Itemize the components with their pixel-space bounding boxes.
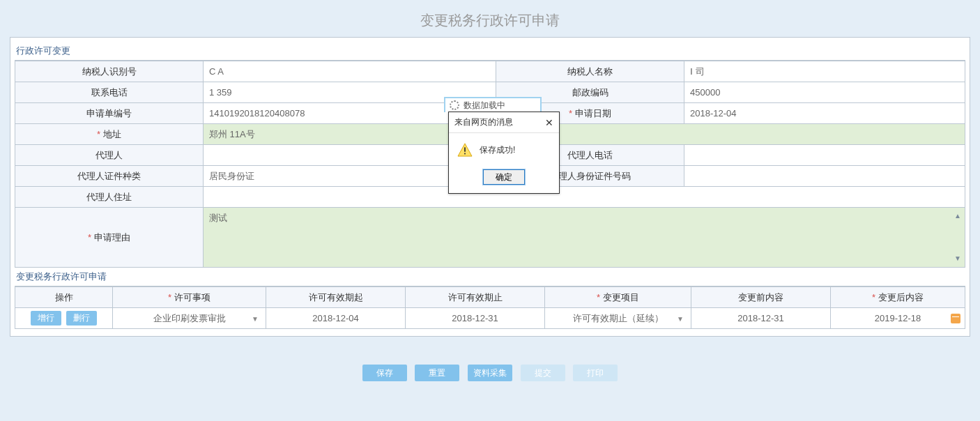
value-agent-addr[interactable]	[204, 187, 965, 208]
cell-item-select[interactable]: 企业印刷发票审批 ▼	[113, 308, 266, 329]
grid-row: 增行 删行 企业印刷发票审批 ▼ 2018-12-04 2018-12-31 许…	[15, 308, 965, 329]
value-postal: 450000	[684, 82, 965, 103]
dialog-message: 保存成功!	[480, 144, 515, 156]
dialog-body: 保存成功!	[449, 133, 559, 164]
save-button[interactable]: 保存	[362, 365, 407, 381]
calendar-icon[interactable]	[951, 314, 960, 323]
collect-button[interactable]: 资料采集	[468, 365, 512, 381]
cell-item-text: 企业印刷发票审批	[153, 313, 226, 323]
reason-text: 测试	[209, 213, 227, 223]
alert-dialog: 来自网页的消息 ✕ 保存成功! 确定	[448, 112, 560, 194]
bottom-bar: 保存 重置 资料采集 提交 打印	[0, 365, 980, 381]
page-title: 变更税务行政许可申请	[0, 0, 980, 37]
print-button[interactable]: 打印	[573, 365, 618, 381]
cell-op: 增行 删行	[15, 308, 113, 329]
submit-button[interactable]: 提交	[521, 365, 565, 381]
label-address: *地址	[15, 124, 204, 145]
delete-row-button[interactable]: 删行	[66, 311, 97, 326]
section2-title: 变更税务行政许可申请	[15, 268, 965, 286]
cell-change-select[interactable]: 许可有效期止（延续） ▼	[545, 308, 691, 329]
label-apply-no: 申请单编号	[15, 103, 204, 124]
col-end: 许可有效期止	[406, 287, 545, 308]
label-agent-cert-type: 代理人证件种类	[15, 166, 204, 187]
cell-change-text: 许可有效期止（延续）	[573, 313, 664, 323]
dialog-titlebar: 来自网页的消息 ✕	[449, 112, 559, 133]
textarea-reason[interactable]: 测试 ▲ ▼	[204, 208, 965, 268]
cell-after-date[interactable]: 2019-12-18	[831, 308, 965, 329]
label-agent-addr: 代理人住址	[15, 187, 204, 208]
chevron-down-icon: ▼	[252, 314, 259, 322]
ok-button[interactable]: 确定	[483, 169, 525, 185]
dialog-footer: 确定	[449, 164, 559, 193]
value-taxpayer-id: C A	[204, 61, 496, 82]
label-reason: *申请理由	[15, 208, 204, 268]
cell-before: 2018-12-31	[691, 308, 831, 329]
add-row-button[interactable]: 增行	[31, 311, 61, 326]
col-change-text: 变更项目	[603, 292, 639, 303]
table-row: *申请理由 测试 ▲ ▼	[15, 208, 965, 268]
reason-label-text: 申请理由	[94, 232, 130, 243]
svg-rect-1	[464, 147, 466, 151]
cell-end: 2018-12-31	[406, 308, 545, 329]
col-item-text: 许可事项	[174, 292, 210, 303]
label-taxpayer-name: 纳税人名称	[496, 61, 684, 82]
cell-start: 2018-12-04	[266, 308, 406, 329]
value-apply-date: 2018-12-04	[684, 103, 965, 124]
change-grid: 操作 *许可事项 许可有效期起 许可有效期止 *变更项目 变更前内容 *变更后内…	[15, 286, 965, 329]
input-address[interactable]: 郑州 11A号	[204, 124, 965, 145]
value-agent-phone[interactable]	[684, 145, 965, 166]
loading-text: 数据加载中	[464, 100, 505, 112]
loading-indicator: 数据加载中	[444, 97, 542, 112]
chevron-down-icon: ▼	[677, 314, 684, 322]
col-after: *变更后内容	[831, 287, 965, 308]
col-before: 变更前内容	[691, 287, 831, 308]
label-agent: 代理人	[15, 145, 204, 166]
chevron-down-icon[interactable]: ▼	[954, 254, 962, 263]
grid-header-row: 操作 *许可事项 许可有效期起 许可有效期止 *变更项目 变更前内容 *变更后内…	[15, 287, 965, 308]
col-item: *许可事项	[113, 287, 266, 308]
close-icon[interactable]: ✕	[545, 118, 553, 128]
address-label-text: 地址	[103, 129, 121, 139]
dialog-title: 来自网页的消息	[454, 116, 513, 128]
apply-date-label-text: 申请日期	[575, 108, 611, 118]
warning-icon	[457, 143, 473, 157]
label-phone: 联系电话	[15, 82, 204, 103]
svg-rect-2	[464, 153, 466, 155]
label-taxpayer-id: 纳税人识别号	[15, 61, 204, 82]
section1-title: 行政许可变更	[15, 42, 965, 61]
value-agent-cert-no[interactable]	[684, 166, 965, 187]
chevron-up-icon[interactable]: ▲	[954, 212, 962, 220]
reset-button[interactable]: 重置	[415, 365, 459, 381]
col-change: *变更项目	[545, 287, 691, 308]
value-taxpayer-name: Ⅰ 司	[684, 61, 965, 82]
col-after-text: 变更后内容	[878, 292, 924, 303]
spinner-icon	[450, 100, 459, 110]
table-row: 纳税人识别号 C A 纳税人名称 Ⅰ 司	[15, 61, 965, 82]
col-op: 操作	[15, 287, 113, 308]
col-start: 许可有效期起	[266, 287, 406, 308]
cell-after-text: 2019-12-18	[875, 313, 921, 323]
